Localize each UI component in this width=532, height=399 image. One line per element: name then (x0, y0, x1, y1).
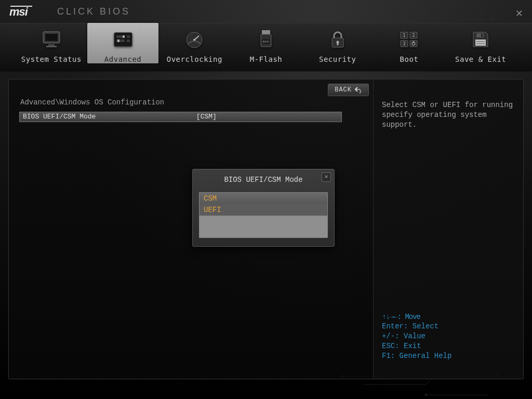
modal-title: BIOS UEFI/CSM Mode (224, 176, 302, 184)
tab-label: Security (302, 55, 374, 63)
tab-label: Boot (374, 55, 445, 63)
svg-rect-37 (475, 39, 486, 46)
modal-option-uefi[interactable]: UEFI (200, 204, 327, 216)
breadcrumb: Advanced\Windows OS Configuration (20, 98, 363, 107)
hint-value: +/-: Value (382, 331, 515, 341)
svg-rect-15 (127, 35, 130, 38)
modal-title-bar: BIOS UEFI/CSM Mode ✕ (193, 169, 334, 192)
tab-label: System Status (16, 55, 87, 63)
sliders-icon (87, 27, 159, 52)
svg-text:msi: msi (9, 5, 29, 18)
svg-rect-36 (481, 34, 483, 37)
svg-text:3: 3 (403, 42, 406, 46)
svg-rect-16 (127, 39, 130, 42)
tab-security[interactable]: Security (302, 23, 374, 63)
setting-label: BIOS UEFI/CSM Mode (23, 112, 196, 122)
svg-rect-34 (414, 41, 414, 43)
svg-rect-19 (262, 30, 270, 34)
tab-m-flash[interactable]: BIOS M-Flash (230, 23, 302, 63)
boot-order-icon: 1 2 3 (374, 27, 445, 52)
usb-bios-icon: BIOS (230, 27, 302, 52)
svg-text:1: 1 (403, 33, 406, 38)
tab-label: Advanced (87, 55, 159, 63)
tab-label: Save & Exit (445, 55, 516, 63)
svg-rect-7 (45, 34, 58, 41)
undo-icon (355, 86, 363, 94)
hint-help: F1: General Help (382, 351, 515, 361)
svg-rect-14 (117, 39, 119, 42)
close-icon[interactable]: ✕ (516, 6, 523, 20)
monitor-icon (16, 27, 87, 52)
tab-save-exit[interactable]: Save & Exit (445, 23, 516, 63)
tab-label: M-Flash (230, 55, 302, 63)
tab-overclocking[interactable]: Overclocking (158, 23, 230, 63)
back-button[interactable]: BACK (328, 84, 369, 96)
key-hints: ↑↓→←: Move Enter: Select +/-: Value ESC:… (382, 312, 515, 361)
setting-value: [CSM] (196, 112, 338, 122)
back-button-label: BACK (335, 86, 352, 94)
svg-text:BIOS: BIOS (263, 40, 269, 43)
hint-move: ↑↓→←: Move (382, 312, 515, 322)
hint-exit: ESC: Exit (382, 341, 515, 351)
floppy-save-icon (445, 27, 516, 52)
modal-option-list: CSM UEFI (199, 192, 328, 238)
svg-rect-8 (48, 44, 55, 46)
svg-rect-12 (123, 35, 125, 38)
lock-icon (302, 27, 374, 52)
bios-title: CLICK BIOS (57, 6, 130, 17)
hint-select: Enter: Select (382, 322, 515, 331)
modal-option-csm[interactable]: CSM (200, 193, 327, 204)
close-icon[interactable]: ✕ (322, 172, 331, 182)
tab-advanced[interactable]: Advanced (87, 23, 159, 63)
main-tab-bar: System Status Advanced Overclocking (0, 23, 532, 71)
tab-label: Overclocking (158, 55, 230, 63)
tab-boot[interactable]: 1 2 3 Boot (374, 23, 445, 63)
help-pane: Select CSM or UEFI for running specify o… (373, 79, 523, 379)
svg-rect-9 (46, 46, 57, 47)
setting-row-bios-mode[interactable]: BIOS UEFI/CSM Mode [CSM] (19, 112, 342, 122)
header-bar: msi CLICK BIOS ✕ (0, 0, 532, 23)
svg-rect-25 (337, 43, 338, 45)
help-text: Select CSM or UEFI for running specify o… (382, 100, 515, 130)
option-modal: BIOS UEFI/CSM Mode ✕ CSM UEFI (192, 169, 335, 247)
msi-logo: msi (9, 5, 49, 21)
gauge-icon (158, 27, 230, 52)
svg-text:2: 2 (413, 33, 415, 38)
tab-system-status[interactable]: System Status (16, 23, 87, 63)
